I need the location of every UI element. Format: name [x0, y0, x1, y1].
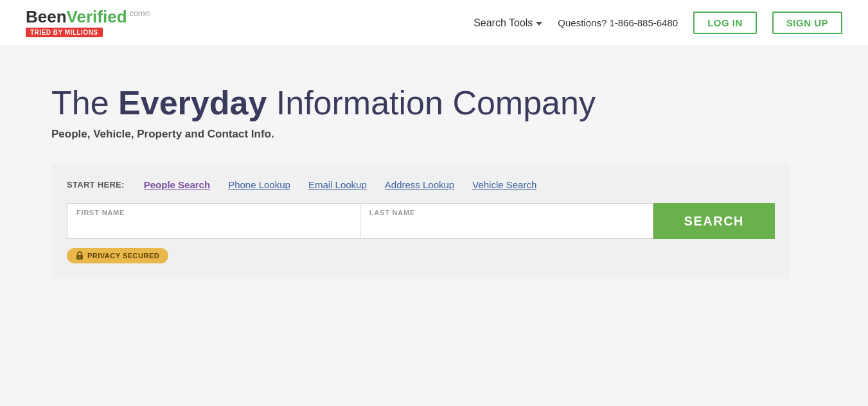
first-name-group: FIRST NAME — [67, 203, 360, 239]
lock-icon — [76, 251, 84, 260]
chevron-down-icon — [536, 22, 542, 26]
logo-verified: Verified — [67, 7, 127, 26]
last-name-group: LAST NAME — [360, 203, 653, 239]
search-tools-button[interactable]: Search Tools — [474, 17, 542, 29]
logo: BeenVerified.com® — [26, 8, 150, 25]
first-name-label: FIRST NAME — [76, 209, 351, 216]
privacy-text: PRIVACY SECURED — [87, 252, 159, 260]
first-name-input[interactable] — [76, 219, 351, 232]
search-button[interactable]: SEARCH — [653, 203, 775, 239]
logo-dotcom: .com — [127, 8, 145, 18]
tab-vehicle-search[interactable]: Vehicle Search — [463, 177, 545, 193]
headline-normal: The — [51, 84, 118, 121]
subheadline: People, Vehicle, Property and Contact In… — [51, 128, 817, 141]
tab-people-search[interactable]: People Search — [135, 177, 219, 193]
headline-bold: Everyday — [118, 84, 267, 121]
logo-reg: ® — [145, 10, 150, 17]
last-name-label: LAST NAME — [369, 209, 644, 216]
header-right: Search Tools Questions? 1-866-885-6480 L… — [474, 12, 842, 34]
tab-phone-lookup[interactable]: Phone Lookup — [219, 177, 299, 193]
privacy-badge: PRIVACY SECURED — [67, 248, 168, 263]
logo-area: BeenVerified.com® TRIED BY MILLIONS — [26, 8, 150, 37]
form-row: FIRST NAME LAST NAME SEARCH — [67, 203, 775, 239]
tried-badge: TRIED BY MILLIONS — [26, 28, 103, 37]
last-name-input[interactable] — [369, 219, 644, 232]
login-button[interactable]: LOG IN — [693, 12, 757, 34]
questions-text: Questions? 1-866-885-6480 — [558, 17, 678, 28]
search-tools-label: Search Tools — [474, 17, 533, 29]
tabs-row: START HERE: People Search Phone Lookup E… — [67, 177, 775, 193]
svg-point-1 — [79, 257, 80, 258]
logo-been: Been — [26, 7, 67, 26]
tab-address-lookup[interactable]: Address Lookup — [376, 177, 463, 193]
search-panel: START HERE: People Search Phone Lookup E… — [51, 164, 790, 279]
start-here-label: START HERE: — [67, 180, 125, 190]
header: BeenVerified.com® TRIED BY MILLIONS Sear… — [0, 0, 868, 46]
signup-button[interactable]: SIGN UP — [772, 12, 842, 34]
headline-end: Information Company — [267, 84, 596, 121]
headline: The Everyday Information Company — [51, 85, 817, 121]
tab-email-lookup[interactable]: Email Lookup — [299, 177, 376, 193]
main-content: The Everyday Information Company People,… — [0, 46, 868, 406]
